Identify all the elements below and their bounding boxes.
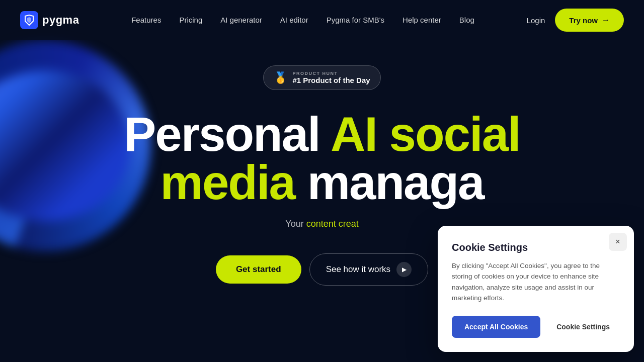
arrow-right-icon: → <box>602 16 610 25</box>
nav-item-help[interactable]: Help center <box>403 16 441 25</box>
get-started-button[interactable]: Get started <box>216 255 301 284</box>
logo[interactable]: pygma <box>20 11 79 29</box>
hero-subtext: Your content creat <box>285 219 358 229</box>
see-how-button[interactable]: See how it works ▶ <box>309 253 429 286</box>
cookie-overlay: × Cookie Settings By clicking "Accept Al… <box>428 216 644 362</box>
badge-text: PRODUCT HUNT #1 Product of the Day <box>292 71 370 84</box>
navbar: pygma Features Pricing AI generator AI e… <box>0 0 644 40</box>
cookie-description: By clicking "Accept All Cookies", you ag… <box>452 260 620 304</box>
cookie-buttons: Accept All Cookies Cookie Settings <box>452 316 620 338</box>
try-now-button[interactable]: Try now → <box>555 9 624 32</box>
accept-all-cookies-button[interactable]: Accept All Cookies <box>452 316 540 338</box>
nav-item-ai-editor[interactable]: AI editor <box>280 16 308 25</box>
cookie-title: Cookie Settings <box>452 242 620 253</box>
nav-right: Login Try now → <box>527 9 624 32</box>
logo-icon <box>20 11 38 29</box>
nav-item-ai-generator[interactable]: AI generator <box>220 16 262 25</box>
nav-links: Features Pricing AI generator AI editor … <box>131 16 474 25</box>
play-icon: ▶ <box>396 262 412 277</box>
cookie-close-button[interactable]: × <box>609 233 627 251</box>
product-hunt-badge[interactable]: 🥇 PRODUCT HUNT #1 Product of the Day <box>263 65 380 90</box>
nav-item-pricing[interactable]: Pricing <box>179 16 202 25</box>
cookie-banner: × Cookie Settings By clicking "Accept Al… <box>438 226 634 352</box>
hero-buttons: Get started See how it works ▶ <box>216 253 428 286</box>
nav-item-features[interactable]: Features <box>131 16 161 25</box>
hero-headline: Personal AI social media managa <box>124 110 520 207</box>
logo-text: pygma <box>42 14 79 27</box>
medal-icon: 🥇 <box>274 71 287 84</box>
nav-item-blog[interactable]: Blog <box>459 16 474 25</box>
nav-item-smb[interactable]: Pygma for SMB's <box>327 16 384 25</box>
cookie-settings-button[interactable]: Cookie Settings <box>546 316 620 338</box>
login-button[interactable]: Login <box>527 16 545 25</box>
